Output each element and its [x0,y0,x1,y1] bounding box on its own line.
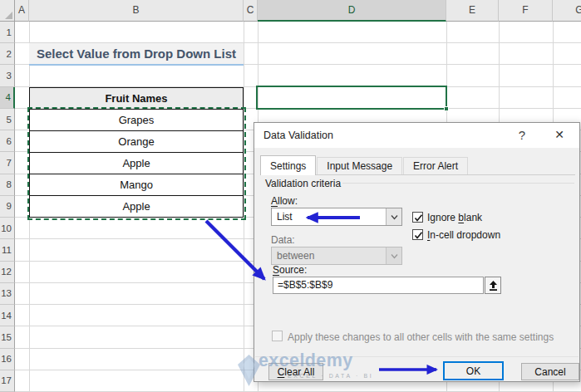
row-header-3[interactable]: 3 [0,65,15,86]
in-cell-dropdown-label[interactable]: In-cell dropdown [427,229,500,241]
allow-value: List [277,208,293,225]
close-icon[interactable]: ✕ [541,123,578,148]
collapse-dialog-button[interactable] [485,277,501,294]
apply-changes-label: Apply these changes to all other cells w… [288,331,554,343]
data-validation-dialog: Data Validation ? ✕ Settings Input Messa… [254,122,580,382]
sheet-title-cell[interactable]: Select Value from Drop Down List [29,43,244,66]
validation-criteria-label: Validation criteria [265,178,341,189]
dialog-titlebar[interactable]: Data Validation ? ✕ [254,123,579,148]
data-value: between [277,247,314,264]
source-label: Source: [273,264,307,276]
checkmark-icon [413,213,424,223]
source-value: =$B$5:$B$9 [278,277,332,293]
row-header-1[interactable]: 1 [0,22,15,43]
ok-button[interactable]: OK [443,361,504,380]
row-header-11[interactable]: 11 [0,239,15,261]
source-input[interactable]: =$B$5:$B$9 [273,277,484,294]
select-all-corner[interactable] [0,0,15,22]
collapse-range-icon [488,280,499,292]
data-label: Data: [271,234,295,246]
selected-cell-D4[interactable] [256,86,447,110]
clear-all-button[interactable]: Clear All [268,363,323,380]
row-header-2[interactable]: 2 [0,43,15,65]
select-all-triangle-icon [5,12,12,19]
tab-input-message[interactable]: Input Message [317,157,402,174]
row-header-14[interactable]: 14 [0,305,15,326]
dialog-tabs: Settings Input Message Error Alert [260,155,575,175]
row-header-7[interactable]: 7 [0,152,15,174]
apply-changes-checkbox [272,331,283,341]
group-divider [342,183,574,184]
column-header-G[interactable]: G [553,0,581,22]
dialog-title: Data Validation [263,123,333,148]
cancel-button[interactable]: Cancel [521,363,579,380]
chevron-down-icon [386,247,401,264]
row-header-12[interactable]: 12 [0,262,15,283]
row-header-6[interactable]: 6 [0,130,15,152]
source-range-marching-ants [27,107,246,220]
ignore-blank-label[interactable]: Ignore blank [427,212,482,223]
chevron-down-icon[interactable] [386,208,401,225]
column-header-A[interactable]: A [15,0,29,22]
column-header-F[interactable]: F [499,0,553,22]
allow-label: Allow: [271,195,298,207]
ignore-blank-checkbox[interactable] [412,212,423,223]
row-header-10[interactable]: 10 [0,218,15,239]
row-header-5[interactable]: 5 [0,109,15,130]
tab-error-alert[interactable]: Error Alert [403,157,468,174]
allow-dropdown[interactable]: List [271,208,402,226]
tab-settings[interactable]: Settings [260,155,316,175]
column-header-B[interactable]: B [29,0,244,22]
column-header-C[interactable]: C [244,0,258,22]
row-header-16[interactable]: 16 [0,349,15,370]
data-dropdown: between [271,247,402,265]
row-header-8[interactable]: 8 [0,174,15,196]
row-header-15[interactable]: 15 [0,326,15,348]
fill-handle[interactable] [444,106,449,111]
checkmark-icon [413,230,424,241]
row-header-13[interactable]: 13 [0,283,15,305]
row-header-9[interactable]: 9 [0,196,15,218]
column-header-D[interactable]: D [258,0,446,22]
column-header-E[interactable]: E [446,0,499,22]
excel-window: ABCDEFG 1234567891011121314151617 Select… [0,0,581,392]
row-header-17[interactable]: 17 [0,370,15,392]
row-header-4[interactable]: 4 [0,87,15,109]
dialog-separator [255,356,579,357]
fruit-table-header-cell[interactable]: Fruit Names [30,88,243,109]
in-cell-dropdown-checkbox[interactable] [412,229,423,240]
help-icon[interactable]: ? [510,123,534,148]
